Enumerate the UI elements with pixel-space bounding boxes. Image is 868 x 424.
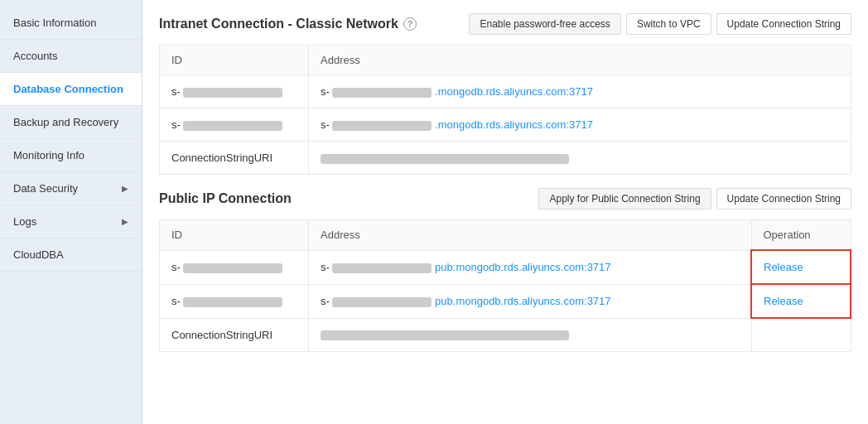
sidebar-item-accounts[interactable]: Accounts	[0, 40, 142, 73]
blurred-addr-2	[332, 121, 432, 131]
table-row: s- s- pub.mongodb.rds.aliyuncs.com:3717 …	[160, 284, 851, 318]
sidebar-item-data-security[interactable]: Data Security ▶	[0, 172, 142, 205]
sidebar-item-label: Basic Information	[13, 17, 96, 29]
sidebar-item-monitoring-info[interactable]: Monitoring Info	[0, 139, 142, 172]
public-table: ID Address Operation s- s- pub.mongodb.r…	[159, 219, 851, 352]
public-row2-address: s- pub.mongodb.rds.aliyuncs.com:3717	[309, 284, 752, 318]
public-col-address: Address	[309, 220, 752, 251]
release-button-1[interactable]: Release	[764, 261, 803, 273]
sidebar-item-logs[interactable]: Logs ▶	[0, 205, 142, 238]
intranet-section: Intranet Connection - Classic Network ? …	[142, 0, 868, 188]
sidebar-item-label: Accounts	[13, 50, 57, 62]
sidebar-item-label: Database Connection	[13, 83, 123, 95]
enable-password-free-button[interactable]: Enable password-free access	[469, 13, 620, 35]
blurred-addr-1	[332, 88, 432, 98]
sidebar-item-clouddba[interactable]: CloudDBA	[0, 238, 142, 272]
public-title: Public IP Connection	[159, 191, 292, 206]
table-row: s- s- pub.mongodb.rds.aliyuncs.com:3717 …	[160, 250, 851, 284]
main-content: Intranet Connection - Classic Network ? …	[142, 0, 868, 424]
public-row1-id: s-	[160, 250, 309, 284]
intranet-row2-id: s-	[160, 108, 309, 142]
intranet-header: Intranet Connection - Classic Network ? …	[159, 13, 851, 35]
switch-vpc-button[interactable]: Switch to VPC	[626, 13, 711, 35]
sidebar-item-label: Logs	[13, 215, 36, 228]
chevron-right-icon: ▶	[122, 184, 128, 193]
intranet-btn-group: Enable password-free access Switch to VP…	[469, 13, 851, 35]
update-connection-string-button-public[interactable]: Update Connection String	[716, 188, 851, 210]
public-header: Public IP Connection Apply for Public Co…	[159, 188, 851, 210]
public-col-id: ID	[160, 220, 309, 251]
release-button-2[interactable]: Release	[764, 295, 803, 307]
intranet-row1-id: s-	[160, 75, 309, 108]
public-row2-id: s-	[160, 284, 309, 318]
public-row2-operation: Release	[751, 284, 851, 318]
blurred-pub-addr-2	[332, 297, 432, 307]
apply-public-connection-button[interactable]: Apply for Public Connection String	[538, 188, 711, 210]
table-row: s- s- .mongodb.rds.aliyuncs.com:3717	[160, 75, 851, 108]
sidebar-item-label: CloudDBA	[13, 248, 64, 261]
blurred-id-1	[183, 88, 282, 98]
intranet-col-address: Address	[309, 46, 851, 75]
table-row: ConnectionStringURI	[160, 318, 851, 351]
sidebar-item-database-connection[interactable]: Database Connection	[0, 73, 142, 106]
sidebar-item-label: Monitoring Info	[13, 149, 84, 161]
public-row3-id: ConnectionStringURI	[160, 318, 309, 351]
blurred-pub-id-2	[183, 297, 282, 307]
intranet-row3-address	[309, 142, 851, 175]
public-col-operation: Operation	[751, 220, 851, 251]
sidebar-item-backup-recovery[interactable]: Backup and Recovery	[0, 106, 142, 139]
help-icon[interactable]: ?	[403, 17, 417, 31]
public-section: Public IP Connection Apply for Public Co…	[142, 188, 868, 365]
table-row: ConnectionStringURI	[160, 142, 851, 175]
public-row1-operation: Release	[751, 250, 851, 284]
public-row3-operation	[751, 318, 851, 351]
chevron-right-icon: ▶	[122, 217, 128, 226]
blurred-id-2	[183, 121, 282, 131]
sidebar-item-basic-information[interactable]: Basic Information	[0, 7, 142, 40]
intranet-row3-id: ConnectionStringURI	[160, 142, 309, 175]
blurred-pub-uri	[321, 330, 569, 340]
intranet-col-id: ID	[160, 46, 309, 75]
blurred-uri-1	[321, 154, 569, 164]
intranet-row1-address: s- .mongodb.rds.aliyuncs.com:3717	[309, 75, 851, 108]
sidebar: Basic Information Accounts Database Conn…	[0, 0, 142, 424]
intranet-row2-address: s- .mongodb.rds.aliyuncs.com:3717	[309, 108, 851, 142]
blurred-pub-id-1	[183, 263, 282, 273]
sidebar-item-label: Data Security	[13, 182, 78, 195]
blurred-pub-addr-1	[332, 263, 432, 273]
update-connection-string-button-intranet[interactable]: Update Connection String	[716, 13, 851, 35]
intranet-table: ID Address s- s- .mongodb.rds.aliyuncs.c…	[159, 45, 851, 175]
public-btn-group: Apply for Public Connection String Updat…	[538, 188, 851, 210]
sidebar-item-label: Backup and Recovery	[13, 116, 118, 128]
table-row: s- s- .mongodb.rds.aliyuncs.com:3717	[160, 108, 851, 142]
intranet-title: Intranet Connection - Classic Network ?	[159, 17, 417, 31]
public-row1-address: s- pub.mongodb.rds.aliyuncs.com:3717	[309, 250, 752, 284]
public-row3-address	[309, 318, 752, 351]
